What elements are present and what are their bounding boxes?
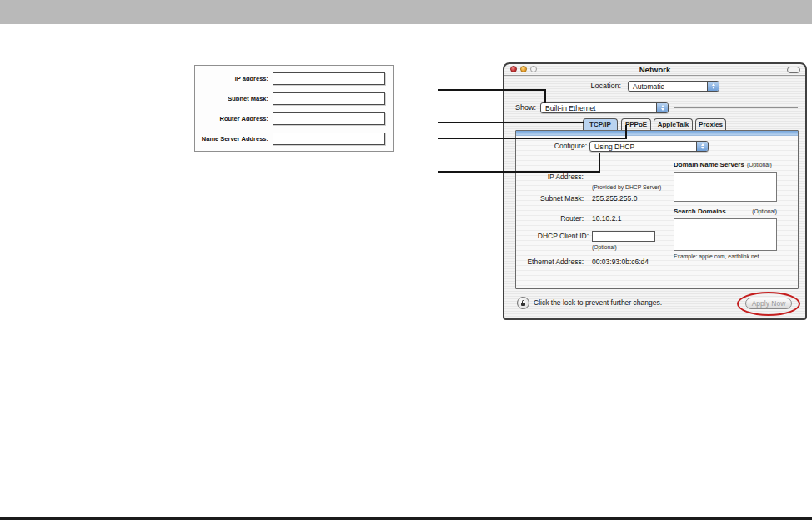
router-value: 10.10.2.1 bbox=[592, 214, 621, 223]
manual-settings-form: IP address: Subnet Mask: Router Address:… bbox=[194, 65, 394, 152]
lock-icon bbox=[521, 302, 525, 306]
configure-label: Configure: bbox=[516, 142, 587, 151]
callout-line-configure-riser bbox=[599, 153, 600, 172]
dns-header: Domain Name Servers (Optional) bbox=[674, 161, 777, 168]
panel-top-band bbox=[516, 131, 798, 136]
callout-line-tcpip bbox=[438, 122, 584, 123]
lock-button[interactable] bbox=[517, 297, 529, 309]
location-label: Location: bbox=[554, 81, 621, 91]
configure-value: Using DHCP bbox=[594, 142, 634, 151]
ip-address-row-label: IP Address: bbox=[516, 172, 584, 182]
callout-line-show-drop bbox=[544, 89, 546, 103]
form-row-ip: IP address: bbox=[195, 68, 393, 88]
manual-page: IP address: Subnet Mask: Router Address:… bbox=[0, 0, 812, 520]
dns-label: Domain Name Servers bbox=[674, 161, 744, 168]
tab-proxies[interactable]: Proxies bbox=[695, 118, 726, 130]
close-button-icon[interactable] bbox=[510, 66, 517, 72]
callout-line-pppoe-riser bbox=[625, 125, 627, 139]
search-domains-optional: (Optional) bbox=[752, 208, 777, 214]
toolbar-pill-icon[interactable] bbox=[787, 67, 800, 73]
configure-dropdown[interactable]: Using DHCP bbox=[589, 141, 709, 152]
ip-address-input[interactable] bbox=[273, 72, 385, 85]
form-row-subnet: Subnet Mask: bbox=[195, 88, 393, 108]
ethernet-address-label: Ethernet Address: bbox=[516, 258, 584, 267]
dhcp-optional-note: (Optional) bbox=[592, 243, 617, 251]
name-server-address-input[interactable] bbox=[273, 132, 385, 145]
apply-now-annotation-circle bbox=[737, 292, 800, 316]
subnet-mask-value: 255.255.255.0 bbox=[592, 194, 637, 203]
router-row-label: Router: bbox=[516, 214, 584, 223]
subnet-mask-row-label: Subnet Mask: bbox=[516, 194, 584, 203]
window-title: Network bbox=[504, 64, 805, 75]
ip-address-label: IP address: bbox=[195, 75, 273, 82]
search-domains-example: Example: apple.com, earthlink.net bbox=[674, 253, 759, 259]
tab-bar: TCP/IP PPPoE AppleTalk Proxies bbox=[583, 118, 726, 130]
search-domains-header: Search Domains (Optional) bbox=[674, 208, 777, 215]
dns-textarea[interactable] bbox=[674, 172, 777, 202]
router-address-input[interactable] bbox=[273, 112, 385, 125]
dhcp-client-id-input[interactable] bbox=[592, 231, 655, 242]
show-divider bbox=[674, 108, 798, 108]
callout-line-pppoe bbox=[438, 138, 627, 139]
stepper-icon[interactable] bbox=[656, 103, 668, 112]
search-domains-label: Search Domains bbox=[674, 208, 726, 215]
stepper-icon[interactable] bbox=[707, 82, 719, 91]
tab-tcpip[interactable]: TCP/IP bbox=[583, 118, 618, 130]
window-title-bar: Network bbox=[504, 64, 805, 76]
location-value: Automatic bbox=[633, 82, 664, 91]
form-row-nameserver: Name Server Address: bbox=[195, 128, 393, 148]
show-dropdown[interactable]: Built-in Ethernet bbox=[540, 102, 669, 113]
window-controls bbox=[510, 66, 537, 72]
show-value: Built-in Ethernet bbox=[545, 104, 595, 112]
lock-hint-text: Click the lock to prevent further change… bbox=[534, 298, 662, 308]
ethernet-address-value: 00:03:93:0b:c6:d4 bbox=[592, 258, 649, 267]
zoom-button-icon bbox=[530, 66, 537, 72]
subnet-mask-label: Subnet Mask: bbox=[195, 95, 273, 102]
dhcp-client-id-label: DHCP Client ID: bbox=[516, 232, 589, 241]
subnet-mask-input[interactable] bbox=[273, 92, 385, 105]
tab-appletalk[interactable]: AppleTalk bbox=[654, 118, 693, 130]
ip-provided-note: (Provided by DHCP Server) bbox=[592, 183, 661, 191]
network-window: Network Location: Automatic Show: Built-… bbox=[503, 62, 807, 320]
location-dropdown[interactable]: Automatic bbox=[628, 81, 719, 92]
tcpip-panel: Configure: Using DHCP IP Address: (Provi… bbox=[515, 130, 799, 289]
callout-line-configure bbox=[438, 171, 600, 172]
header-band bbox=[0, 0, 812, 24]
form-row-router: Router Address: bbox=[195, 108, 393, 128]
stepper-icon[interactable] bbox=[696, 142, 708, 151]
name-server-address-label: Name Server Address: bbox=[195, 135, 273, 142]
search-domains-textarea[interactable] bbox=[674, 218, 777, 251]
router-address-label: Router Address: bbox=[195, 115, 273, 122]
dns-optional: (Optional) bbox=[747, 162, 772, 168]
minimize-button-icon[interactable] bbox=[520, 66, 527, 72]
callout-line-show bbox=[438, 89, 546, 91]
